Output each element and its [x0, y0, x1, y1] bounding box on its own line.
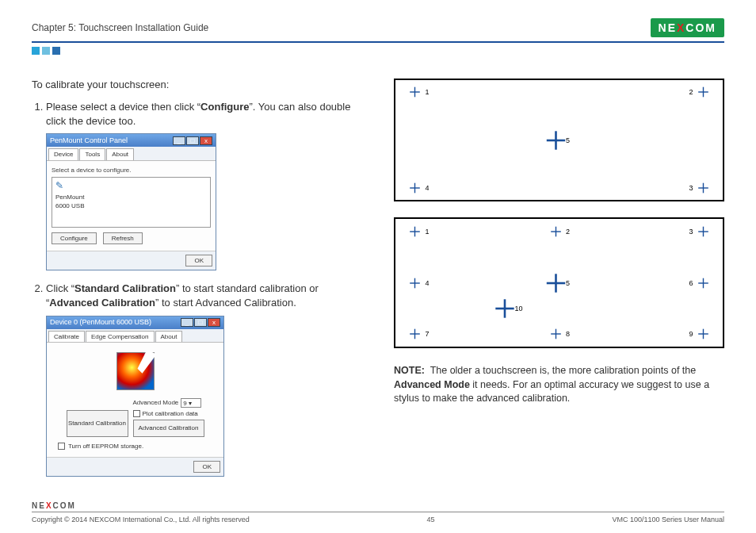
- close-icon[interactable]: x: [200, 136, 212, 145]
- ok-button[interactable]: OK: [185, 255, 212, 266]
- cal-point-3: 3: [689, 181, 711, 195]
- close-icon[interactable]: x: [208, 318, 220, 327]
- cal-point-6: 6: [689, 276, 711, 290]
- step-2: Click “Standard Calibration” to start st…: [46, 282, 362, 477]
- configure-button[interactable]: Configure: [52, 232, 97, 244]
- brand-logo: NEXCOM: [651, 18, 724, 37]
- minimize-icon[interactable]: _: [173, 136, 185, 145]
- calibration-target-image: [116, 352, 155, 390]
- select-device-hint: Select a device to configure.: [52, 166, 211, 174]
- cal-point-5: 5: [548, 133, 570, 148]
- cal-point-4: 4: [407, 181, 429, 195]
- footer-logo: NEXCOM: [32, 501, 724, 510]
- cal-point-9: 9: [689, 327, 711, 341]
- step-1: Please select a device then click “Confi…: [46, 100, 362, 270]
- device-item-line2: 6000 USB: [55, 201, 207, 210]
- cal-point-1: 1: [407, 224, 429, 239]
- advanced-mode-select[interactable]: 9 ▾: [181, 398, 201, 408]
- cal-point-8: 8: [548, 327, 570, 341]
- five-point-calibration-diagram: 1 2 3 4 5: [394, 79, 724, 201]
- refresh-button[interactable]: Refresh: [103, 232, 143, 244]
- tab-about[interactable]: About: [155, 331, 183, 342]
- cal-point-1: 1: [407, 85, 429, 99]
- dialog-title: PenMount Control Panel: [50, 136, 128, 146]
- document-title: VMC 100/1100 Series User Manual: [612, 516, 724, 523]
- tab-edge-compensation[interactable]: Edge Compensation: [86, 331, 155, 342]
- cal-point-3: 3: [689, 224, 711, 239]
- device-calibrate-dialog: Device 0 (PenMount 6000 USB) _ □ x Calib…: [46, 316, 224, 477]
- cal-point-2: 2: [689, 85, 711, 99]
- intro-text: To calibrate your touchscreen:: [32, 79, 362, 90]
- turn-off-eeprom-label: Turn off EEPROM storage.: [68, 442, 143, 451]
- cal-point-2: 2: [548, 224, 570, 239]
- tab-tools[interactable]: Tools: [79, 148, 105, 159]
- tab-calibrate[interactable]: Calibrate: [48, 331, 85, 342]
- cal-point-5: 5: [548, 276, 570, 290]
- maximize-icon[interactable]: □: [194, 318, 207, 327]
- cal-point-10: 10: [498, 301, 523, 316]
- advanced-mode-label: Advanced Mode: [133, 398, 179, 407]
- copyright-text: Copyright © 2014 NEXCOM International Co…: [32, 516, 250, 523]
- plot-data-label: Plot calibration data: [143, 409, 198, 418]
- plot-data-checkbox[interactable]: [133, 410, 140, 417]
- ok-button[interactable]: OK: [193, 461, 220, 473]
- tab-about[interactable]: About: [106, 148, 134, 159]
- advanced-calibration-button[interactable]: Advanced Calibration: [133, 420, 204, 437]
- standard-calibration-button[interactable]: Standard Calibration: [67, 410, 128, 437]
- device-item-line1: PenMount: [55, 193, 207, 201]
- page-number: 45: [427, 516, 435, 523]
- footer-rule: [32, 512, 724, 512]
- chapter-title: Chapter 5: Touchscreen Installation Guid…: [32, 22, 208, 33]
- header-rule: [32, 41, 724, 43]
- device-icon: ✎: [55, 179, 207, 193]
- device-listbox[interactable]: ✎ PenMount 6000 USB: [52, 177, 211, 228]
- minimize-icon[interactable]: _: [181, 318, 193, 327]
- turn-off-eeprom-checkbox[interactable]: [58, 443, 65, 450]
- cal-point-4: 4: [407, 276, 429, 290]
- dialog-title: Device 0 (PenMount 6000 USB): [50, 317, 151, 328]
- decorative-squares: [32, 47, 724, 55]
- cal-point-7: 7: [407, 327, 429, 341]
- ten-point-calibration-diagram: 1 2 3 4 5 6 7 8 9 10: [394, 217, 724, 348]
- tab-device[interactable]: Device: [48, 148, 78, 159]
- maximize-icon[interactable]: □: [186, 136, 199, 145]
- note-text: NOTE: The older a touchscreen is, the mo…: [394, 364, 724, 406]
- penmount-control-panel-dialog: PenMount Control Panel _ □ x Device Tool…: [46, 133, 216, 270]
